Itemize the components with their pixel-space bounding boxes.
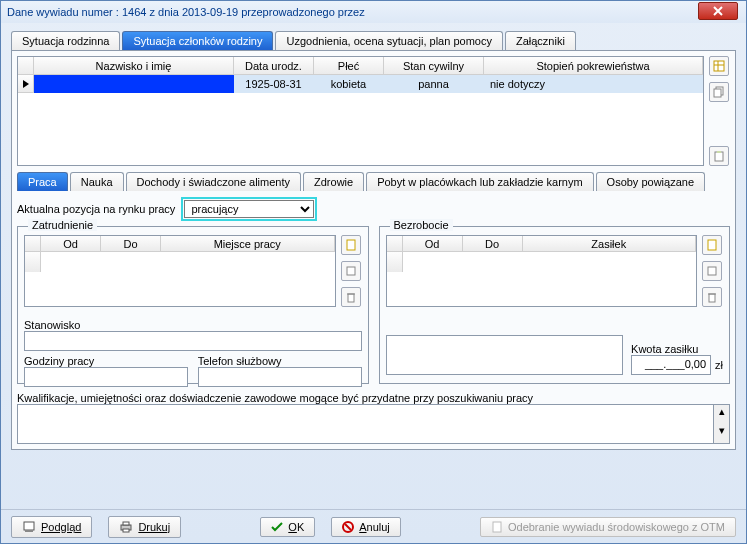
labor-label: Aktualna pozycja na rynku pracy bbox=[17, 203, 175, 215]
amount-unit: zł bbox=[715, 359, 723, 371]
cell-kinship: nie dotyczy bbox=[484, 75, 703, 93]
employment-title: Zatrudnienie bbox=[28, 219, 97, 231]
members-grid[interactable]: Nazwisko i imię Data urodz. Płeć Stan cy… bbox=[17, 56, 704, 166]
tab-uzgodnienia[interactable]: Uzgodnienia, ocena sytuacji, plan pomocy bbox=[275, 31, 502, 50]
members-add-button[interactable] bbox=[709, 56, 729, 76]
trash-icon bbox=[345, 291, 357, 303]
printer-icon bbox=[119, 520, 133, 534]
tab-nauka[interactable]: Nauka bbox=[70, 172, 124, 191]
unemployment-note bbox=[386, 335, 624, 375]
footer: Podgląd Drukuj OK Anuluj Odebranie wywia… bbox=[1, 509, 746, 543]
copy-icon bbox=[713, 86, 725, 98]
check-icon bbox=[271, 521, 283, 533]
svg-rect-8 bbox=[708, 240, 716, 250]
hours-field bbox=[24, 367, 188, 387]
un-col-from[interactable]: Od bbox=[403, 236, 463, 252]
emp-col-from[interactable]: Od bbox=[41, 236, 101, 252]
tab-pobyt[interactable]: Pobyt w placówkach lub zakładzie karnym bbox=[366, 172, 593, 191]
cancel-icon bbox=[342, 521, 354, 533]
svg-rect-15 bbox=[123, 529, 129, 532]
print-button[interactable]: Drukuj bbox=[108, 516, 181, 538]
table-row[interactable]: 1925-08-31 kobieta panna nie dotyczy bbox=[18, 75, 703, 93]
ok-button[interactable]: OK bbox=[260, 517, 315, 537]
tab-dochody[interactable]: Dochody i świadczone alimenty bbox=[126, 172, 301, 191]
edit-icon bbox=[706, 265, 718, 277]
preview-button[interactable]: Podgląd bbox=[11, 516, 92, 538]
titlebar: Dane wywiadu numer : 1464 z dnia 2013-09… bbox=[1, 1, 746, 23]
tab-zalaczniki[interactable]: Załączniki bbox=[505, 31, 576, 50]
cancel-button[interactable]: Anuluj bbox=[331, 517, 401, 537]
un-edit-button[interactable] bbox=[702, 261, 722, 281]
members-copy-button[interactable] bbox=[709, 82, 729, 102]
svg-rect-12 bbox=[25, 530, 33, 532]
trash-icon bbox=[706, 291, 718, 303]
svg-rect-4 bbox=[717, 151, 721, 153]
un-delete-button[interactable] bbox=[702, 287, 722, 307]
col-dob[interactable]: Data urodz. bbox=[234, 57, 314, 75]
receive-button: Odebranie wywiadu środowiskowego z OTM bbox=[480, 517, 736, 537]
qual-label: Kwalifikacje, umiejętności oraz doświadc… bbox=[17, 392, 730, 404]
tab-osoby[interactable]: Osoby powiązane bbox=[596, 172, 705, 191]
close-button[interactable] bbox=[698, 2, 738, 20]
tab-sytuacja-czlonkow[interactable]: Sytuacja członków rodziny bbox=[122, 31, 273, 50]
col-kinship[interactable]: Stopień pokrewieństwa bbox=[484, 57, 703, 75]
amount-field[interactable]: ___.___0,00 bbox=[631, 355, 711, 375]
cell-name bbox=[34, 75, 234, 93]
cell-sex: kobieta bbox=[314, 75, 384, 93]
svg-rect-7 bbox=[348, 294, 354, 302]
amount-label: Kwota zasiłku bbox=[631, 343, 723, 355]
svg-rect-5 bbox=[347, 240, 355, 250]
scroll-down[interactable]: ▾ bbox=[714, 424, 729, 443]
new-icon bbox=[345, 239, 357, 251]
phone-field bbox=[198, 367, 362, 387]
close-icon bbox=[713, 6, 723, 16]
labor-select[interactable]: pracujący bbox=[184, 200, 314, 218]
svg-rect-6 bbox=[347, 267, 355, 275]
un-col-to[interactable]: Do bbox=[463, 236, 523, 252]
edit-icon bbox=[345, 265, 357, 277]
svg-rect-17 bbox=[493, 522, 501, 532]
svg-rect-11 bbox=[24, 522, 34, 530]
col-marital[interactable]: Stan cywilny bbox=[384, 57, 484, 75]
svg-rect-2 bbox=[714, 89, 721, 97]
svg-rect-10 bbox=[709, 294, 715, 302]
un-col-benefit[interactable]: Zasiłek bbox=[523, 236, 697, 252]
un-new-button[interactable] bbox=[702, 235, 722, 255]
tab-praca[interactable]: Praca bbox=[17, 172, 68, 191]
emp-edit-button[interactable] bbox=[341, 261, 361, 281]
phone-label: Telefon służbowy bbox=[198, 355, 362, 367]
svg-rect-3 bbox=[715, 152, 723, 161]
table-icon bbox=[713, 60, 725, 72]
scroll-up[interactable]: ▴ bbox=[714, 405, 729, 424]
unemployment-group: Bezrobocie Od Do Zasiłek bbox=[379, 226, 731, 384]
svg-rect-0 bbox=[714, 61, 724, 71]
employment-group: Zatrudnienie Od Do Miejsce pracy bbox=[17, 226, 369, 384]
paste-icon bbox=[713, 150, 725, 162]
tab-zdrowie[interactable]: Zdrowie bbox=[303, 172, 364, 191]
main-tabs: Sytuacja rodzinna Sytuacja członków rodz… bbox=[11, 31, 736, 50]
members-paste-button[interactable] bbox=[709, 146, 729, 166]
emp-delete-button[interactable] bbox=[341, 287, 361, 307]
tab-sytuacja-rodzinna[interactable]: Sytuacja rodzinna bbox=[11, 31, 120, 50]
emp-new-button[interactable] bbox=[341, 235, 361, 255]
cell-marital: panna bbox=[384, 75, 484, 93]
emp-col-place[interactable]: Miejsce pracy bbox=[161, 236, 335, 252]
window-title: Dane wywiadu numer : 1464 z dnia 2013-09… bbox=[7, 6, 365, 18]
new-icon bbox=[706, 239, 718, 251]
qual-field[interactable] bbox=[17, 404, 714, 444]
col-sex[interactable]: Płeć bbox=[314, 57, 384, 75]
preview-icon bbox=[22, 520, 36, 534]
row-indicator-icon bbox=[23, 80, 29, 88]
hours-label: Godziny pracy bbox=[24, 355, 188, 367]
document-icon bbox=[491, 521, 503, 533]
svg-rect-14 bbox=[123, 522, 129, 525]
employment-grid[interactable]: Od Do Miejsce pracy bbox=[24, 235, 336, 307]
svg-rect-9 bbox=[708, 267, 716, 275]
unemployment-title: Bezrobocie bbox=[390, 219, 453, 231]
unemployment-grid[interactable]: Od Do Zasiłek bbox=[386, 235, 698, 307]
main-window: Dane wywiadu numer : 1464 z dnia 2013-09… bbox=[0, 0, 747, 544]
col-name[interactable]: Nazwisko i imię bbox=[34, 57, 234, 75]
position-field bbox=[24, 331, 362, 351]
position-label: Stanowisko bbox=[24, 319, 362, 331]
emp-col-to[interactable]: Do bbox=[101, 236, 161, 252]
